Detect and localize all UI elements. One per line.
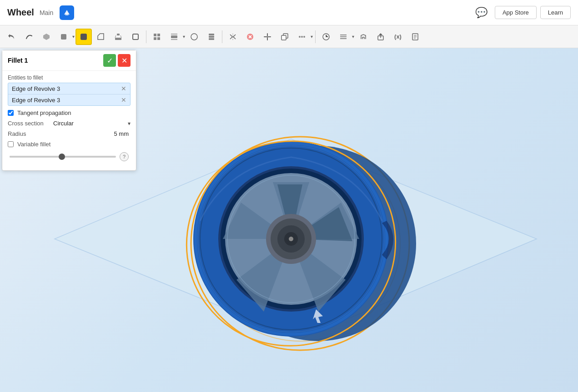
svg-point-27 (299, 36, 301, 38)
variable-fillet-checkbox[interactable] (8, 141, 14, 147)
fillet-header: Fillet 1 ✓ ✕ (2, 50, 136, 71)
svg-rect-26 (281, 35, 286, 40)
delete-button[interactable] (242, 29, 258, 45)
svg-rect-2 (80, 34, 87, 40)
variables-button[interactable]: (x) (390, 29, 406, 45)
svg-rect-12 (157, 37, 160, 40)
app-store-button[interactable]: App Store (495, 6, 537, 19)
svg-rect-11 (154, 37, 156, 40)
layers-more[interactable]: ▾ (335, 29, 354, 45)
fillet-body: Entities to fillet Edge of Revolve 3 ✕ E… (2, 71, 136, 165)
svg-rect-19 (209, 38, 214, 40)
fillet-actions: ✓ ✕ (103, 54, 131, 67)
loft-button[interactable] (110, 29, 126, 45)
entity-remove-1[interactable]: ✕ (121, 85, 126, 92)
toolbar: ▾ ▾ (0, 25, 578, 48)
slider-track (10, 156, 63, 158)
sketch-curve-button[interactable] (21, 29, 37, 45)
help-button[interactable]: ? (120, 152, 129, 161)
cross-section-select[interactable]: Circular ▾ (53, 120, 131, 127)
tangent-propagation-checkbox[interactable] (8, 110, 14, 116)
svg-marker-3 (98, 34, 104, 40)
app-subtitle: Main (40, 9, 53, 16)
transform-button[interactable] (259, 29, 276, 45)
svg-rect-8 (133, 34, 138, 40)
svg-point-28 (301, 36, 303, 38)
cross-section-label: Cross section (8, 120, 53, 127)
svg-point-16 (191, 34, 197, 40)
main-area: Fillet 1 ✓ ✕ Entities to fillet Edge of … (0, 48, 578, 392)
svg-point-24 (266, 36, 268, 38)
variable-fillet-label: Variable fillet (17, 141, 50, 148)
fillet-ok-button[interactable]: ✓ (103, 54, 116, 67)
mirror-button[interactable] (225, 29, 241, 45)
render-button[interactable] (355, 29, 372, 45)
svg-rect-4 (115, 38, 121, 40)
chat-icon[interactable]: 💬 (475, 7, 488, 19)
svg-rect-13 (171, 35, 177, 38)
pattern-more[interactable]: ▾ (294, 29, 313, 45)
entity-item-2: Edge of Revolve 3 ✕ (8, 94, 130, 105)
svg-line-7 (121, 35, 121, 38)
solid-dropdown-arrow[interactable]: ▾ (72, 34, 75, 39)
fillet-title: Fillet 1 (8, 57, 28, 64)
cross-section-dropdown-arrow[interactable]: ▾ (128, 120, 131, 127)
cross-section-row: Cross section Circular ▾ (8, 120, 131, 127)
svg-point-29 (303, 36, 305, 38)
cross-section-value: Circular (53, 120, 126, 127)
svg-rect-18 (209, 36, 214, 38)
entity-item-1: Edge of Revolve 3 ✕ (8, 83, 130, 94)
entity-list: Edge of Revolve 3 ✕ Edge of Revolve 3 ✕ (8, 83, 131, 106)
learn-button[interactable]: Learn (540, 6, 571, 19)
entity-name-1: Edge of Revolve 3 (12, 85, 60, 92)
svg-rect-17 (209, 34, 214, 35)
views-more[interactable]: ▾ (166, 29, 185, 45)
tangent-propagation-label: Tangent propagation (17, 109, 71, 116)
undo-button[interactable] (4, 29, 20, 45)
slider-row: ? (8, 152, 131, 161)
chamfer-button[interactable] (93, 29, 109, 45)
layers-button[interactable] (335, 29, 352, 45)
views-dropdown-arrow[interactable]: ▾ (183, 34, 185, 39)
copy-button[interactable] (276, 29, 293, 45)
slider-thumb[interactable] (59, 154, 65, 160)
export-button[interactable] (372, 29, 389, 45)
variable-fillet-row: Variable fillet (8, 141, 131, 148)
radius-row: Radius 5 mm (8, 130, 131, 137)
entity-remove-2[interactable]: ✕ (121, 96, 126, 104)
timeline-button[interactable] (318, 29, 334, 45)
section-button[interactable] (186, 29, 202, 45)
solid-button[interactable] (38, 29, 55, 45)
svg-rect-10 (157, 34, 160, 36)
svg-rect-9 (154, 34, 156, 36)
pattern-button[interactable] (294, 29, 310, 45)
solid-more[interactable]: ▾ (55, 29, 75, 45)
radius-label: Radius (8, 130, 53, 137)
radius-slider[interactable] (10, 156, 116, 158)
fillet-cancel-button[interactable]: ✕ (118, 54, 131, 67)
fillet-panel: Fillet 1 ✓ ✕ Entities to fillet Edge of … (2, 50, 136, 171)
notes-button[interactable] (407, 29, 423, 45)
svg-marker-0 (43, 34, 50, 40)
shell-button[interactable] (127, 29, 144, 45)
entity-name-2: Edge of Revolve 3 (12, 97, 60, 104)
assembly-button[interactable] (149, 29, 165, 45)
tangent-propagation-row: Tangent propagation (8, 109, 131, 116)
entities-to-fillet-label: Entities to fillet (8, 74, 131, 81)
solid-extra-button[interactable] (55, 29, 72, 45)
logo-icon (60, 5, 74, 20)
layers-dropdown-arrow[interactable]: ▾ (352, 34, 354, 39)
radius-value[interactable]: 5 mm (53, 130, 131, 137)
pattern-dropdown-arrow[interactable]: ▾ (311, 34, 313, 39)
svg-line-6 (115, 35, 116, 38)
app-title: Wheel (7, 7, 34, 18)
flatten-button[interactable] (203, 29, 220, 45)
fillet-button[interactable] (75, 29, 92, 45)
views-button[interactable] (166, 29, 182, 45)
svg-rect-5 (117, 34, 120, 35)
svg-point-53 (289, 237, 293, 241)
svg-rect-1 (61, 34, 66, 40)
titlebar: Wheel Main 💬 App Store Learn (0, 0, 578, 25)
